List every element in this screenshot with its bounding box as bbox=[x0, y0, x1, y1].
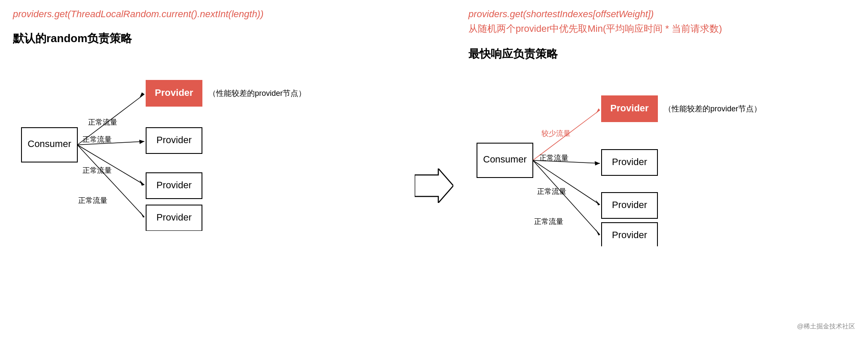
right-diagram: Consumer Provider （性能较差的provider节点） Prov… bbox=[468, 74, 855, 246]
left-section: providers.get(ThreadLocalRandom.current(… bbox=[13, 9, 408, 328]
right-code2: 从随机两个provider中优先取Min(平均响应时间 * 当前请求数) bbox=[468, 22, 855, 35]
right-flow1: 正常流量 bbox=[539, 154, 568, 162]
right-code: providers.get(shortestIndexes[offsetWeig… bbox=[468, 9, 855, 20]
svg-marker-13 bbox=[415, 168, 453, 203]
svg-marker-12 bbox=[140, 211, 144, 218]
svg-marker-8 bbox=[139, 140, 144, 144]
svg-marker-26 bbox=[596, 229, 600, 236]
left-consumer-label: Consumer bbox=[28, 138, 71, 149]
right-provider-red-note: （性能较差的provider节点） bbox=[664, 104, 761, 113]
svg-line-9 bbox=[77, 145, 144, 185]
svg-marker-24 bbox=[596, 200, 600, 205]
left-title: 默认的random负责策略 bbox=[13, 31, 400, 46]
left-diagram: Consumer Provider （性能较差的provider节点） Prov… bbox=[13, 59, 400, 231]
right-title: 最快响应负责策略 bbox=[468, 46, 855, 61]
svg-line-11 bbox=[77, 145, 144, 217]
left-flow3: 正常流量 bbox=[83, 166, 112, 175]
left-code: providers.get(ThreadLocalRandom.current(… bbox=[13, 9, 400, 20]
right-provider2-label: Provider bbox=[612, 156, 647, 167]
svg-marker-10 bbox=[140, 180, 144, 186]
middle-arrow bbox=[408, 43, 460, 328]
right-red-flow: 较少流量 bbox=[541, 129, 571, 138]
right-consumer-label: Consumer bbox=[483, 154, 526, 165]
right-provider-red-label: Provider bbox=[610, 103, 649, 113]
left-provider2-label: Provider bbox=[156, 135, 192, 145]
left-provider3-label: Provider bbox=[156, 180, 192, 190]
right-flow2: 正常流量 bbox=[537, 187, 566, 196]
right-section: providers.get(shortestIndexes[offsetWeig… bbox=[460, 9, 855, 328]
watermark: @稀土掘金技术社区 bbox=[797, 322, 855, 331]
svg-marker-22 bbox=[595, 161, 600, 165]
left-flow1: 正常流量 bbox=[88, 118, 117, 126]
left-provider4-label: Provider bbox=[156, 212, 192, 223]
svg-marker-20 bbox=[596, 108, 600, 113]
left-provider-red-note: （性能较差的provider节点） bbox=[208, 89, 306, 98]
left-provider-red-label: Provider bbox=[155, 87, 193, 98]
left-flow2: 正常流量 bbox=[83, 135, 112, 144]
right-provider3-label: Provider bbox=[612, 199, 647, 210]
right-flow3: 正常流量 bbox=[534, 218, 563, 226]
right-provider4-label: Provider bbox=[612, 230, 647, 240]
left-flow4: 正常流量 bbox=[78, 196, 107, 205]
